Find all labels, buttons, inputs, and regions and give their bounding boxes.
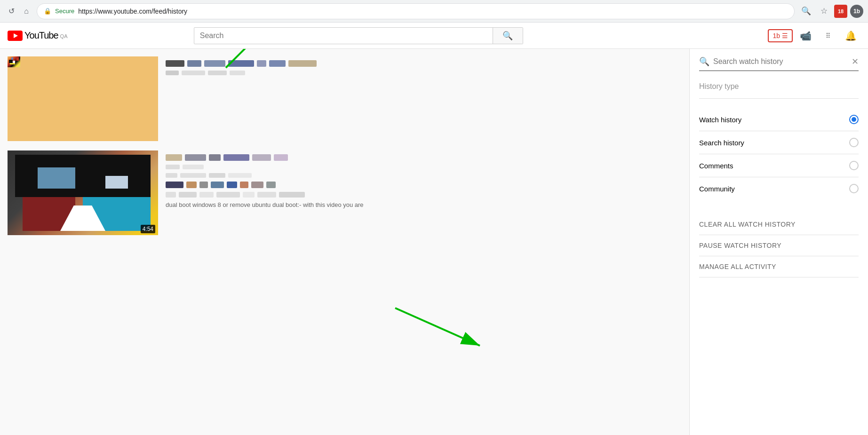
radio-items-container: Watch history Search history Comments Co…	[699, 108, 859, 200]
radio-comments-label: Comments	[699, 162, 733, 170]
sidebar-search-bar[interactable]: 🔍 ✕	[699, 56, 859, 71]
secure-icon: 🔒	[44, 8, 51, 15]
radio-community[interactable]: Community	[699, 177, 859, 200]
clear-watch-history-button[interactable]: CLEAR ALL WATCH HISTORY	[699, 214, 859, 235]
browser-notif-badge[interactable]: 18	[834, 5, 847, 18]
video-title-blocks-2	[166, 154, 682, 161]
youtube-camera-button[interactable]: 📹	[796, 26, 815, 45]
radio-community-circle[interactable]	[849, 184, 859, 193]
radio-search-history-label: Search history	[699, 139, 744, 147]
video-item-2: 4:54	[8, 150, 682, 235]
youtube-bell-button[interactable]: 🔔	[842, 26, 860, 45]
sidebar-search-input[interactable]	[713, 57, 848, 66]
svg-line-5	[395, 308, 480, 346]
youtube-logo[interactable]: YouTube QA	[8, 30, 68, 41]
video-channel-blocks	[166, 182, 682, 188]
video-title-blocks-1	[166, 60, 682, 67]
browser-profile-badge[interactable]: 1b	[850, 5, 863, 18]
video-details-blocks-2	[166, 173, 682, 178]
radio-comments-circle[interactable]	[849, 161, 859, 170]
youtube-logo-icon	[8, 31, 23, 41]
youtube-user-button[interactable]: 1b ☰	[768, 29, 793, 42]
green-arrow-bottom	[386, 294, 503, 360]
browser-action-buttons: 🔍 ☆ 18 1b	[798, 4, 863, 19]
radio-watch-history-circle[interactable]	[849, 115, 859, 124]
video-description-text: dual boot windows 8 or remove ubuntu dua…	[166, 201, 682, 208]
radio-search-history-circle[interactable]	[849, 138, 859, 147]
browser-star-button[interactable]: ☆	[816, 4, 831, 19]
address-bar[interactable]: 🔒 Secure https://www.youtube.com/feed/hi…	[37, 3, 795, 19]
secure-label: Secure	[55, 8, 74, 15]
main-content: 4:54	[0, 49, 868, 435]
browser-nav-buttons: ↺ ⌂	[5, 5, 33, 18]
youtube-logo-text: YouTube	[24, 30, 58, 41]
video-thumbnail-2[interactable]: 4:54	[8, 150, 158, 235]
video-thumbnail-1[interactable]	[8, 56, 158, 141]
browser-search-button[interactable]: 🔍	[798, 4, 813, 19]
youtube-qa-label: QA	[60, 33, 68, 39]
video-meta-blocks-1	[166, 71, 682, 75]
sidebar-search-clear-icon[interactable]: ✕	[852, 56, 859, 67]
video-info-1	[166, 56, 682, 79]
youtube-search-button[interactable]: 🔍	[493, 28, 523, 44]
sidebar-actions: CLEAR ALL WATCH HISTORY PAUSE WATCH HIST…	[699, 209, 859, 277]
home-button[interactable]: ⌂	[20, 5, 33, 18]
pause-watch-history-button[interactable]: PAUSE WATCH HISTORY	[699, 235, 859, 256]
radio-community-label: Community	[699, 185, 735, 193]
manage-all-activity-button[interactable]: MANAGE ALL ACTIVITY	[699, 256, 859, 277]
left-content: 4:54	[0, 49, 689, 435]
radio-watch-history[interactable]: Watch history	[699, 108, 859, 131]
browser-chrome: ↺ ⌂ 🔒 Secure https://www.youtube.com/fee…	[0, 0, 868, 23]
radio-comments[interactable]: Comments	[699, 154, 859, 177]
youtube-search-bar[interactable]: 🔍	[194, 27, 523, 44]
history-type-label: History type	[699, 82, 859, 99]
url-text[interactable]: https://www.youtube.com/feed/history	[78, 8, 788, 15]
video-meta-blocks-2	[166, 165, 682, 169]
video-item	[8, 56, 682, 141]
youtube-search-input[interactable]	[194, 28, 493, 44]
radio-search-history[interactable]: Search history	[699, 131, 859, 154]
video-info-2: dual boot windows 8 or remove ubuntu dua…	[166, 150, 682, 208]
video-duration: 4:54	[141, 225, 155, 233]
video-blurred-row-3	[166, 192, 682, 198]
youtube-apps-button[interactable]: ⠿	[819, 26, 838, 45]
youtube-header-right: 1b ☰ 📹 ⠿ 🔔	[768, 26, 860, 45]
reload-button[interactable]: ↺	[5, 5, 18, 18]
sidebar-search-icon: 🔍	[699, 56, 709, 67]
youtube-header: YouTube QA 🔍 1b ☰ 📹 ⠿ 🔔	[0, 23, 868, 49]
right-sidebar: 🔍 ✕ History type Watch history Search hi…	[689, 49, 868, 435]
radio-watch-history-label: Watch history	[699, 116, 741, 124]
